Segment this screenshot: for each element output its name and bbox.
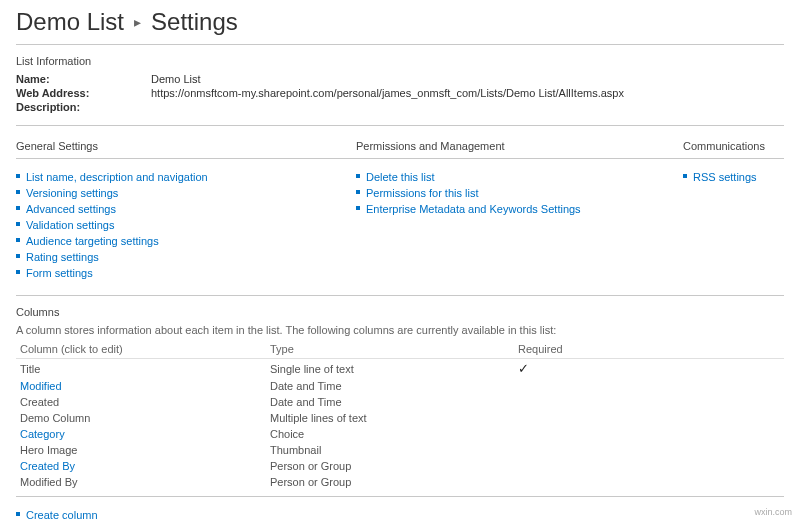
list-item: Permissions for this list — [356, 185, 683, 201]
columns-description: A column stores information about each i… — [16, 324, 784, 336]
info-row: Description: — [16, 101, 784, 113]
list-item: RSS settings — [683, 169, 784, 185]
info-value-name: Demo List — [151, 73, 201, 85]
info-value-webaddress: https://onmsftcom-my.sharepoint.com/pers… — [151, 87, 624, 99]
info-label-description: Description: — [16, 101, 151, 113]
list-item: Audience targeting settings — [16, 233, 356, 249]
general-link[interactable]: Advanced settings — [26, 203, 116, 215]
col-header-type: Type — [266, 340, 514, 359]
column-name[interactable]: Demo Column — [16, 410, 266, 426]
list-information-heading: List Information — [16, 55, 784, 67]
divider — [16, 125, 784, 126]
permissions-link[interactable]: Permissions for this list — [366, 187, 478, 199]
column-name-link[interactable]: Category — [20, 428, 65, 440]
permissions-list: Delete this list Permissions for this li… — [356, 169, 683, 217]
column-name[interactable]: Title — [16, 359, 266, 379]
column-name[interactable]: Modified By — [16, 474, 266, 490]
divider — [356, 158, 683, 159]
column-required — [514, 474, 784, 490]
list-item: Advanced settings — [16, 201, 356, 217]
divider — [16, 295, 784, 296]
column-type: Date and Time — [266, 394, 514, 410]
watermark: wxin.com — [754, 507, 792, 517]
column-name-link[interactable]: Created By — [20, 460, 75, 472]
table-header-row: Column (click to edit) Type Required — [16, 340, 784, 359]
permissions-link[interactable]: Enterprise Metadata and Keywords Setting… — [366, 203, 581, 215]
communications-section: Communications RSS settings — [683, 136, 784, 281]
breadcrumb-current: Settings — [151, 8, 238, 36]
divider — [16, 158, 356, 159]
settings-columns: General Settings List name, description … — [16, 136, 784, 281]
table-row: Hero ImageThumbnail — [16, 442, 784, 458]
column-type: Choice — [266, 426, 514, 442]
general-link[interactable]: Validation settings — [26, 219, 114, 231]
column-actions: Create column Add from existing site col… — [16, 507, 784, 521]
table-row: CreatedDate and Time — [16, 394, 784, 410]
general-link[interactable]: Audience targeting settings — [26, 235, 159, 247]
create-column-link[interactable]: Create column — [26, 509, 98, 521]
list-information: Name: Demo List Web Address: https://onm… — [16, 73, 784, 113]
table-row: ModifiedDate and Time — [16, 378, 784, 394]
general-link[interactable]: List name, description and navigation — [26, 171, 208, 183]
communications-link[interactable]: RSS settings — [693, 171, 757, 183]
chevron-right-icon: ▸ — [134, 14, 141, 30]
column-type: Person or Group — [266, 474, 514, 490]
communications-list: RSS settings — [683, 169, 784, 185]
list-item: Create column — [16, 507, 784, 521]
column-required — [514, 442, 784, 458]
column-required — [514, 378, 784, 394]
column-required: ✓ — [514, 359, 784, 379]
column-name-link[interactable]: Modified — [20, 380, 62, 392]
breadcrumb: Demo List ▸ Settings — [16, 0, 784, 42]
table-row: Demo ColumnMultiple lines of text — [16, 410, 784, 426]
permissions-section: Permissions and Management Delete this l… — [356, 136, 683, 281]
general-settings-heading: General Settings — [16, 140, 356, 152]
list-item: Rating settings — [16, 249, 356, 265]
breadcrumb-parent[interactable]: Demo List — [16, 8, 124, 36]
info-row: Name: Demo List — [16, 73, 784, 85]
columns-heading: Columns — [16, 306, 784, 318]
divider — [16, 496, 784, 497]
list-item: Form settings — [16, 265, 356, 281]
permissions-heading: Permissions and Management — [356, 140, 683, 152]
column-type: Single line of text — [266, 359, 514, 379]
list-item: Enterprise Metadata and Keywords Setting… — [356, 201, 683, 217]
permissions-link[interactable]: Delete this list — [366, 171, 434, 183]
column-required — [514, 410, 784, 426]
general-settings-section: General Settings List name, description … — [16, 136, 356, 281]
column-name[interactable]: Hero Image — [16, 442, 266, 458]
column-type: Date and Time — [266, 378, 514, 394]
divider — [16, 44, 784, 45]
table-row: TitleSingle line of text✓ — [16, 359, 784, 379]
col-header-name: Column (click to edit) — [16, 340, 266, 359]
general-link[interactable]: Rating settings — [26, 251, 99, 263]
info-label-webaddress: Web Address: — [16, 87, 151, 99]
column-required — [514, 426, 784, 442]
column-required — [514, 458, 784, 474]
list-item: List name, description and navigation — [16, 169, 356, 185]
check-icon: ✓ — [518, 361, 529, 376]
general-link[interactable]: Versioning settings — [26, 187, 118, 199]
list-item: Validation settings — [16, 217, 356, 233]
general-link[interactable]: Form settings — [26, 267, 93, 279]
list-item: Delete this list — [356, 169, 683, 185]
column-type: Person or Group — [266, 458, 514, 474]
col-header-required: Required — [514, 340, 784, 359]
table-row: CategoryChoice — [16, 426, 784, 442]
table-row: Modified ByPerson or Group — [16, 474, 784, 490]
columns-table: Column (click to edit) Type Required Tit… — [16, 340, 784, 490]
info-row: Web Address: https://onmsftcom-my.sharep… — [16, 87, 784, 99]
column-required — [514, 394, 784, 410]
table-row: Created ByPerson or Group — [16, 458, 784, 474]
list-item: Versioning settings — [16, 185, 356, 201]
general-settings-list: List name, description and navigation Ve… — [16, 169, 356, 281]
column-name[interactable]: Created — [16, 394, 266, 410]
column-type: Thumbnail — [266, 442, 514, 458]
communications-heading: Communications — [683, 140, 784, 152]
divider — [683, 158, 784, 159]
info-label-name: Name: — [16, 73, 151, 85]
column-type: Multiple lines of text — [266, 410, 514, 426]
